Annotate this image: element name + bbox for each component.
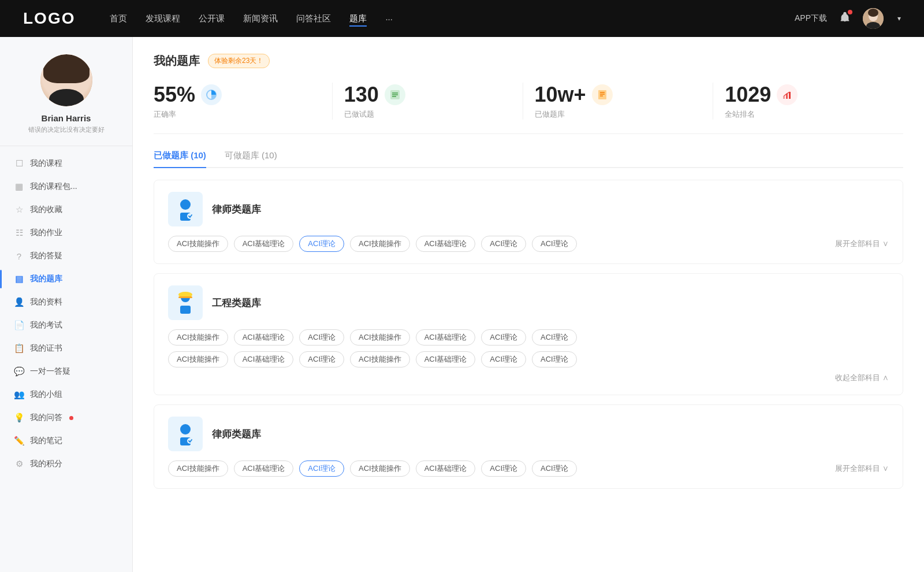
qbank-title-lawyer-1: 律师类题库 <box>212 203 261 216</box>
qbank-card-header-lawyer-1: 律师类题库 <box>168 192 889 226</box>
nav-qbank[interactable]: 题库 <box>349 11 367 27</box>
stat-rank: 1029 全站排名 <box>713 83 903 120</box>
expand-link-lawyer-1[interactable]: 展开全部科目 ∨ <box>835 239 889 249</box>
bar-chart-icon <box>781 89 793 101</box>
my-exam-icon: 📄 <box>14 320 24 330</box>
sidebar-tagline: 错误的决定比没有决定要好 <box>28 125 105 134</box>
tag-l2-aci-skill-2[interactable]: ACI技能操作 <box>350 460 410 477</box>
nav-news[interactable]: 新闻资讯 <box>243 11 278 27</box>
my-profile-icon: 👤 <box>14 297 24 307</box>
my-points-label: 我的积分 <box>30 459 62 469</box>
user-avatar[interactable] <box>863 8 884 29</box>
nav-home[interactable]: 首页 <box>110 11 127 27</box>
done-questions-icon <box>385 84 405 105</box>
tag-e-aci-skill-1[interactable]: ACI技能操作 <box>168 329 228 346</box>
tab-available-banks[interactable]: 可做题库 (10) <box>225 150 277 167</box>
sidebar-item-my-qa[interactable]: ? 我的答疑 <box>0 244 132 268</box>
trial-badge: 体验剩余23天！ <box>208 54 270 68</box>
svg-point-26 <box>187 438 193 444</box>
tag-aci-theory-active-1[interactable]: ACI理论 <box>299 236 344 252</box>
sidebar-item-one-on-one[interactable]: 💬 一对一答疑 <box>0 360 132 383</box>
qbank-tags-row1-engineer: ACI技能操作 ACI基础理论 ACI理论 ACI技能操作 ACI基础理论 AC… <box>168 329 889 346</box>
tag-e-aci-basic-1[interactable]: ACI基础理论 <box>234 329 294 346</box>
stat-accuracy-number: 55% <box>154 83 195 107</box>
tag-aci-theory-2[interactable]: ACI理论 <box>481 236 526 252</box>
tab-done-banks[interactable]: 已做题库 (10) <box>154 150 206 167</box>
nav-menu: 首页 发现课程 公开课 新闻资讯 问答社区 题库 ··· <box>110 11 795 27</box>
tag-e2-aci-theory-1[interactable]: ACI理论 <box>299 351 344 367</box>
tag-e2-aci-theory-2[interactable]: ACI理论 <box>481 351 526 367</box>
tag-e-aci-theory-3[interactable]: ACI理论 <box>532 329 577 346</box>
notification-bell[interactable] <box>839 11 851 26</box>
my-course-pack-label: 我的课程包... <box>30 181 77 192</box>
tag-e-aci-theory-1[interactable]: ACI理论 <box>299 329 344 346</box>
qbank-list: 律师类题库 ACI技能操作 ACI基础理论 ACI理论 ACI技能操作 ACI基… <box>154 180 903 498</box>
stat-banks-label: 已做题库 <box>535 109 565 120</box>
tag-l2-aci-basic-2[interactable]: ACI基础理论 <box>416 460 476 477</box>
sidebar-profile: Brian Harris 错误的决定比没有决定要好 <box>0 54 132 146</box>
nav-discover[interactable]: 发现课程 <box>146 11 180 27</box>
sidebar-item-my-question[interactable]: 💡 我的问答 <box>0 406 132 429</box>
stat-rank-number: 1029 <box>725 83 771 107</box>
sidebar-item-my-exam[interactable]: 📄 我的考试 <box>0 314 132 337</box>
my-qa-label: 我的答疑 <box>30 251 62 261</box>
tag-l2-aci-basic-1[interactable]: ACI基础理论 <box>234 460 294 477</box>
qbank-card-header-engineer-1: 工程类题库 <box>168 285 889 320</box>
tag-l2-aci-theory-3[interactable]: ACI理论 <box>532 460 577 477</box>
nav-more[interactable]: ··· <box>385 12 393 26</box>
app-download-link[interactable]: APP下载 <box>795 13 827 24</box>
my-points-icon: ⚙ <box>14 459 24 469</box>
profile-avatar[interactable] <box>40 54 92 106</box>
avatar-svg <box>863 8 884 29</box>
stat-done-questions: 130 已做试题 <box>333 83 523 120</box>
tag-e-aci-theory-2[interactable]: ACI理论 <box>481 329 526 346</box>
tag-l2-aci-skill-1[interactable]: ACI技能操作 <box>168 460 228 477</box>
tag-e2-aci-basic-1[interactable]: ACI基础理论 <box>234 351 294 367</box>
tag-e2-aci-theory-3[interactable]: ACI理论 <box>532 351 577 367</box>
avatar-face <box>40 54 92 106</box>
tag-aci-basic-theory-2[interactable]: ACI基础理论 <box>416 236 476 252</box>
my-qbank-icon: ▤ <box>14 274 24 284</box>
sidebar-item-my-notes[interactable]: ✏️ 我的笔记 <box>0 429 132 452</box>
expand-link-lawyer-2[interactable]: 展开全部科目 ∨ <box>835 463 889 474</box>
sidebar-item-my-points[interactable]: ⚙ 我的积分 <box>0 452 132 476</box>
tag-e-aci-skill-2[interactable]: ACI技能操作 <box>350 329 410 346</box>
sidebar-item-my-group[interactable]: 👥 我的小组 <box>0 383 132 406</box>
sidebar-item-my-collection[interactable]: ☆ 我的收藏 <box>0 198 132 221</box>
my-homework-icon: ☷ <box>14 228 24 238</box>
tag-l2-aci-theory-2[interactable]: ACI理论 <box>481 460 526 477</box>
my-question-icon: 💡 <box>14 413 24 423</box>
qbank-lawyer-icon-2 <box>168 417 203 451</box>
nav-open-class[interactable]: 公开课 <box>199 11 225 27</box>
tag-aci-basic-theory-1[interactable]: ACI基础理论 <box>234 236 294 252</box>
logo: LOGO <box>23 9 75 28</box>
stat-banks-number: 10w+ <box>535 83 586 107</box>
collapse-link-engineer[interactable]: 收起全部科目 ∧ <box>835 373 889 382</box>
tag-e2-aci-skill-2[interactable]: ACI技能操作 <box>350 351 410 367</box>
nav-qa[interactable]: 问答社区 <box>296 11 331 27</box>
svg-point-24 <box>180 424 191 434</box>
my-notes-icon: ✏️ <box>14 436 24 446</box>
lawyer-person-icon <box>173 196 198 222</box>
tag-e2-aci-skill-1[interactable]: ACI技能操作 <box>168 351 228 367</box>
tag-e-aci-basic-2[interactable]: ACI基础理论 <box>416 329 476 346</box>
tag-e2-aci-basic-2[interactable]: ACI基础理论 <box>416 351 476 367</box>
sidebar-item-my-qbank[interactable]: ▤ 我的题库 <box>0 268 132 291</box>
one-on-one-icon: 💬 <box>14 366 24 377</box>
tag-l2-aci-theory-active[interactable]: ACI理论 <box>299 460 344 477</box>
sidebar-item-my-cert[interactable]: 📋 我的证书 <box>0 337 132 360</box>
tag-aci-skill-op-1[interactable]: ACI技能操作 <box>168 236 228 252</box>
qbank-title-lawyer-2: 律师类题库 <box>212 428 261 441</box>
svg-point-18 <box>187 213 193 219</box>
sidebar-item-my-course-pack[interactable]: ▦ 我的课程包... <box>0 175 132 198</box>
tag-aci-theory-3[interactable]: ACI理论 <box>532 236 577 252</box>
tag-aci-skill-op-2[interactable]: ACI技能操作 <box>350 236 410 252</box>
sidebar-item-my-course[interactable]: ☐ 我的课程 <box>0 152 132 175</box>
user-menu-chevron[interactable]: ▾ <box>897 14 901 23</box>
page-title: 我的题库 <box>154 53 200 69</box>
sidebar-item-my-profile[interactable]: 👤 我的资料 <box>0 291 132 314</box>
sidebar: Brian Harris 错误的决定比没有决定要好 ☐ 我的课程 ▦ 我的课程包… <box>0 37 133 572</box>
sidebar-item-my-homework[interactable]: ☷ 我的作业 <box>0 221 132 244</box>
question-notification-dot <box>69 416 73 420</box>
svg-point-2 <box>868 9 878 17</box>
